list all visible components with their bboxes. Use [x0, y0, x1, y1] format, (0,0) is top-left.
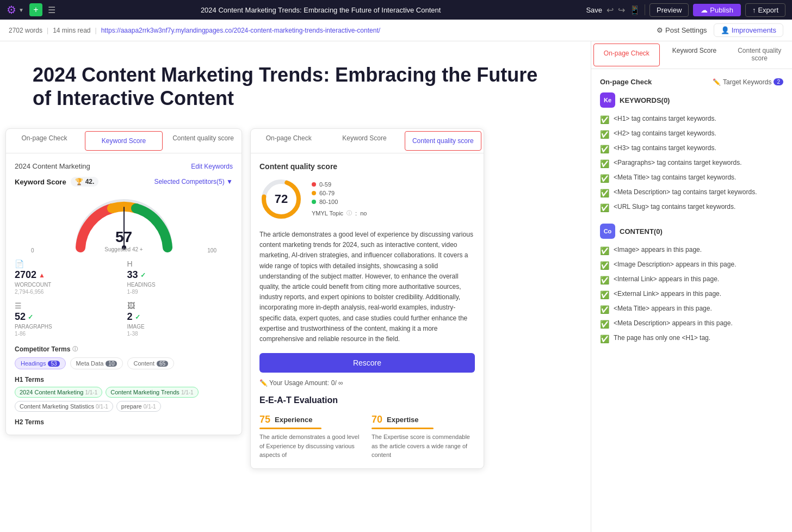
h1-term-chips: 2024 Content Marketing 1/1-1 Content Mar… — [15, 387, 233, 412]
h2-terms-label: H2 Terms — [15, 418, 233, 426]
edit-keywords-button[interactable]: Edit Keywords — [191, 163, 233, 170]
gauge-max: 100 — [207, 248, 216, 253]
read-time: 14 mins read — [53, 27, 90, 34]
eeat-expertise-bar — [372, 428, 434, 429]
cqs-description: The article demonstrates a good level of… — [259, 230, 475, 344]
legend-orange: 60-79 — [312, 190, 367, 196]
wordcount-stat: 📄 2702 ▲ WORDCOUNT 2,794-6,956 — [15, 259, 121, 295]
post-settings-button[interactable]: ⚙ Post Settings — [657, 26, 707, 34]
check-icon-h1-only: ✅ — [600, 335, 609, 343]
eeat-title: E-E-A-T Evaluation — [259, 395, 475, 405]
sidebar-tab-ks[interactable]: Keyword Score — [662, 41, 727, 69]
score-badge: 🏆 42. — [71, 177, 99, 187]
doc-meta: 2702 words | 14 mins read | https://aaap… — [9, 27, 380, 34]
content-section-header: Co CONTENT(0) — [600, 224, 783, 239]
eeat-experience-desc: The article demonstrates a good level of… — [259, 432, 363, 460]
check-icon-meta-title: ✅ — [600, 174, 609, 183]
eeat-expertise-desc: The Expertise score is commendable as th… — [372, 432, 475, 460]
score-legend: 0-59 60-79 80-100 YMYL Topic ⓘ — [312, 181, 367, 217]
sidebar-tab-cqs[interactable]: Content quality score — [727, 41, 792, 69]
editor-area[interactable]: 2024 Content Marketing Trends: Embracing… — [0, 41, 591, 532]
usage-row: ✏️ Your Usage Amount: 0/ ∞ — [259, 379, 475, 387]
paragraphs-indicator: ✓ — [28, 313, 33, 321]
tab-content-quality[interactable]: Content quality score — [165, 129, 242, 153]
improvements-button[interactable]: 👤 Improvements — [714, 23, 783, 37]
wordcount-value: 2702 ▲ — [15, 269, 121, 281]
term-chip[interactable]: prepare 0/1-1 — [116, 401, 161, 412]
main-layout: 2024 Content Marketing Trends: Embracing… — [0, 41, 792, 532]
headings-stat: H 33 ✓ HEADINGS 1-89 — [127, 259, 233, 295]
check-icon-meta-title-content: ✅ — [600, 305, 609, 314]
tab-on-page-check[interactable]: On-page Check — [6, 129, 83, 153]
eeat-experience-bar — [259, 428, 321, 429]
check-icon-meta-desc: ✅ — [600, 189, 609, 197]
term-chip[interactable]: Content Marketing Statistics 0/1-1 — [15, 401, 113, 412]
info-icon: ⓘ — [72, 345, 78, 353]
save-button[interactable]: Save — [586, 6, 602, 14]
eeat-grid: 75 Experience The article demonstrates a… — [259, 414, 475, 460]
right-sidebar: On-page Check Keyword Score Content qual… — [591, 41, 792, 532]
check-h1: ✅ <H1> tag contains target keywords. — [600, 112, 783, 127]
cqs-tab-ks[interactable]: Keyword Score — [326, 129, 402, 153]
mobile-preview-button[interactable]: 📱 — [629, 5, 640, 15]
competitor-terms: Competitor Terms ⓘ Headings 53 Meta Data… — [15, 345, 233, 369]
rescore-button[interactable]: Rescore — [259, 353, 475, 373]
keyword-gauge: 57 Suggested 42 + 0 100 — [15, 193, 233, 253]
sidebar-section-title: On-page Check ✏️ Target Keywords 2 — [600, 78, 783, 86]
export-button[interactable]: ↑ Export — [745, 3, 785, 17]
document-heading[interactable]: 2024 Content Marketing Trends: Embracing… — [33, 63, 558, 110]
cqs-tab-onpage[interactable]: On-page Check — [251, 129, 326, 153]
subbar-right: ⚙ Post Settings 👤 Improvements — [657, 23, 783, 37]
comp-tab-metadata[interactable]: Meta Data 10 — [70, 357, 123, 369]
content-quality-panel: On-page Check Keyword Score Content qual… — [250, 128, 484, 469]
tab-keyword-score[interactable]: Keyword Score — [85, 131, 163, 151]
panel-tabs: On-page Check Keyword Score Content qual… — [6, 129, 242, 153]
improvements-icon: 👤 — [721, 26, 729, 34]
logo[interactable]: ⚙ ▼ — [7, 3, 24, 16]
check-image: ✅ <Image> appears in this page. — [600, 243, 783, 258]
menu-icon[interactable]: ☰ — [48, 5, 55, 15]
content-avatar: Co — [600, 224, 615, 239]
keyword-name: 2024 Content Marketing — [15, 162, 90, 170]
cqs-title: Content quality score — [259, 162, 475, 171]
undo-button[interactable]: ↩ — [607, 5, 614, 15]
headings-label: HEADINGS — [127, 282, 233, 288]
add-button[interactable]: + — [29, 3, 42, 16]
target-keywords-button[interactable]: ✏️ Target Keywords 2 — [713, 78, 783, 86]
legend-red: 0-59 — [312, 181, 367, 188]
term-chip[interactable]: Content Marketing Trends 1/1-1 — [106, 387, 198, 398]
gauge-suggested: Suggested 42 + — [104, 246, 143, 252]
info-icon-ymyl: ⓘ — [346, 209, 352, 217]
eeat-experience-header: 75 Experience — [259, 414, 363, 425]
topbar: ⚙ ▼ + ☰ 2024 Content Marketing Trends: E… — [0, 0, 792, 20]
check-icon-h2: ✅ — [600, 130, 609, 139]
subbar: 2702 words | 14 mins read | https://aaap… — [0, 20, 792, 41]
sidebar-tab-onpage[interactable]: On-page Check — [593, 44, 660, 66]
check-icon-meta-desc-content: ✅ — [600, 320, 609, 329]
check-meta-title: ✅ <Meta Title> tag contains target keywo… — [600, 171, 783, 185]
check-icon-external-link: ✅ — [600, 290, 609, 299]
eeat-experience-score: 75 — [259, 414, 270, 425]
check-icon-internal-link: ✅ — [600, 276, 609, 284]
cqs-panel-body: Content quality score 72 0-59 — [251, 153, 484, 468]
sep: | — [47, 27, 48, 34]
preview-button[interactable]: Preview — [649, 3, 689, 17]
competitors-button[interactable]: Selected Competitors(5) ▼ — [154, 178, 233, 185]
settings-icon: ⚙ — [657, 26, 663, 34]
eeat-experience-label: Experience — [275, 416, 312, 424]
keywords-section-header: Ke KEYWORDS(0) — [600, 92, 783, 108]
page-url[interactable]: https://aaapa2rrk3w3nf7y.mylandingpages.… — [101, 27, 380, 34]
logo-icon: ⚙ — [7, 3, 16, 16]
legend-green: 80-100 — [312, 199, 367, 205]
wordcount-indicator: ▲ — [39, 271, 45, 279]
divider — [645, 4, 645, 15]
keywords-section-name: KEYWORDS(0) — [620, 96, 670, 104]
check-meta-desc: ✅ <Meta Description> tag contains target… — [600, 185, 783, 200]
publish-button[interactable]: ☁ Publish — [693, 4, 741, 16]
keywords-avatar: Ke — [600, 92, 615, 108]
cqs-tab-cqs[interactable]: Content quality score — [405, 131, 481, 151]
term-chip[interactable]: 2024 Content Marketing 1/1-1 — [15, 387, 102, 398]
redo-button[interactable]: ↪ — [618, 5, 625, 15]
comp-tab-content[interactable]: Content 65 — [127, 357, 174, 369]
comp-tab-headings[interactable]: Headings 53 — [15, 357, 66, 369]
